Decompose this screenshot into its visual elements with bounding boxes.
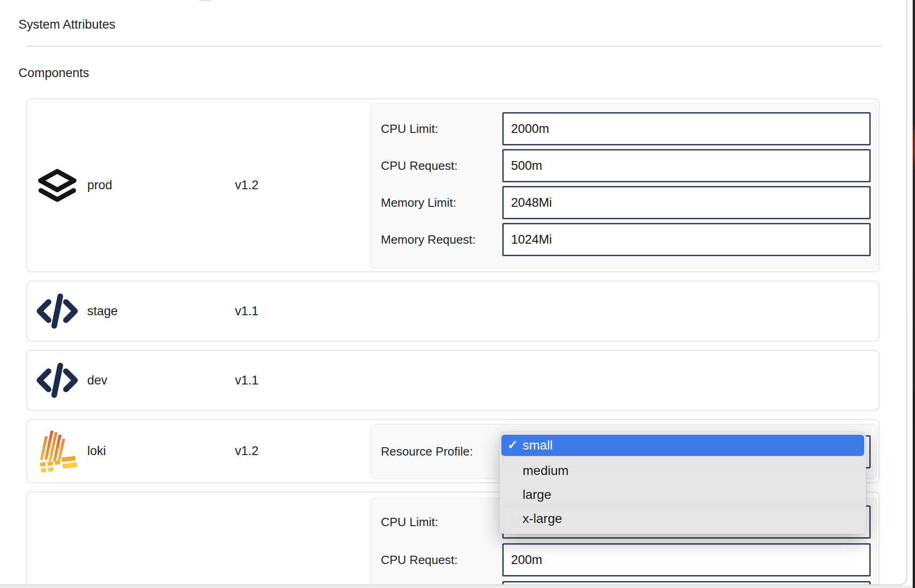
- code-icon: [27, 360, 87, 401]
- cpu-limit-label: CPU Limit:: [381, 122, 502, 136]
- screen-right-edge: [913, 0, 915, 588]
- resource-panel: CPU Limit: CPU Request: Memory Limit: Me…: [370, 103, 877, 268]
- menu-item-label: medium: [523, 463, 569, 478]
- memory-request-input[interactable]: [502, 223, 871, 256]
- component-name: loki: [87, 444, 235, 458]
- component-version: v1.2: [235, 444, 259, 458]
- component-name: prod: [87, 178, 235, 192]
- component-version: v1.1: [235, 373, 259, 388]
- layers-icon: [27, 168, 87, 203]
- memory-request-label: Memory Request:: [381, 233, 502, 247]
- memory-limit-input[interactable]: [502, 186, 871, 219]
- section-divider: [26, 46, 882, 47]
- code-icon: [27, 291, 87, 331]
- component-card-stage: stage v1.1: [26, 281, 879, 342]
- component-name: stage: [87, 304, 235, 318]
- cpu-limit-input[interactable]: [502, 112, 871, 145]
- menu-item-label: large: [523, 487, 551, 502]
- scrolled-element-remnant: [199, 0, 211, 1]
- menu-item-x-large[interactable]: x-large: [501, 507, 864, 531]
- cpu-limit-label: CPU Limit:: [381, 515, 502, 529]
- component-version: v1.1: [235, 304, 259, 318]
- component-card-prod: prod v1.2 CPU Limit: CPU Request: Memory…: [26, 98, 879, 272]
- cpu-request-label: CPU Request:: [381, 553, 502, 567]
- check-icon: ✓: [507, 438, 518, 452]
- menu-item-medium[interactable]: medium: [501, 459, 864, 483]
- resource-row: CPU Limit:: [381, 112, 871, 145]
- resource-row: CPU Request:: [381, 543, 871, 576]
- loki-icon: [27, 430, 87, 473]
- components-heading: Components: [18, 65, 89, 81]
- memory-limit-label: Memory Limit:: [381, 196, 502, 210]
- resource-row: Memory Limit:: [381, 186, 871, 219]
- resource-row: Memory Request:: [381, 223, 871, 256]
- resource-profile-label: Resource Profile:: [381, 444, 502, 459]
- menu-item-large[interactable]: large: [501, 483, 864, 507]
- component-version: v1.2: [235, 178, 259, 192]
- page-title: System Attributes: [18, 17, 115, 32]
- resource-row: CPU Request:: [381, 149, 871, 182]
- menu-item-small[interactable]: ✓ small: [501, 435, 864, 456]
- window-bottom-gutter: [0, 585, 915, 588]
- menu-item-label: small: [523, 438, 553, 453]
- cpu-request-input[interactable]: [502, 149, 871, 182]
- resource-profile-dropdown-menu: ✓ small medium large x-large: [500, 432, 866, 534]
- component-name: dev: [87, 373, 235, 388]
- cpu-request-input[interactable]: [502, 543, 871, 576]
- component-card-dev: dev v1.1: [26, 350, 879, 411]
- cpu-request-label: CPU Request:: [381, 159, 502, 173]
- menu-item-label: x-large: [523, 511, 562, 526]
